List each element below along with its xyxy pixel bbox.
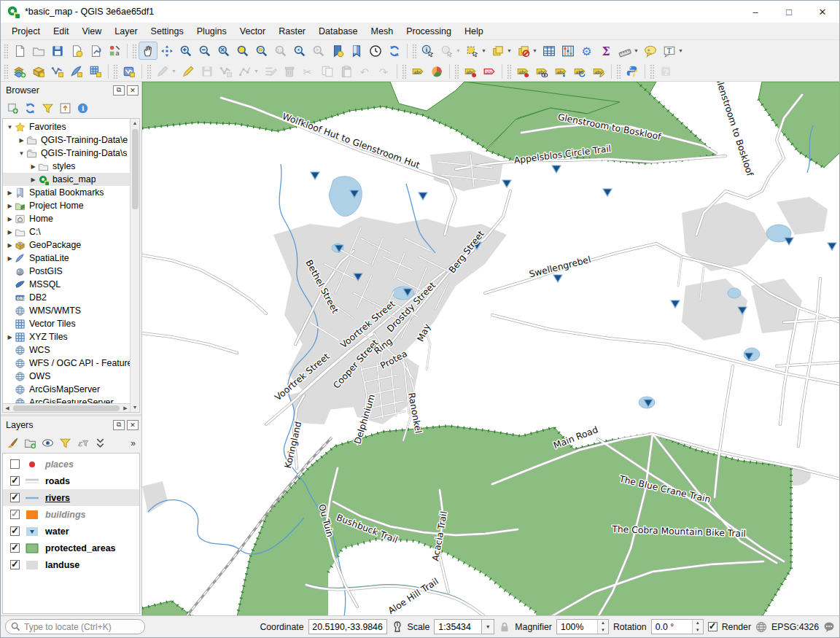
lock-scale-icon[interactable]: [499, 621, 510, 633]
layer-visibility-checkbox[interactable]: [10, 543, 20, 553]
new-shapefile-layer-button[interactable]: [48, 62, 67, 80]
coordinate-input[interactable]: 20.5190,-33.9846: [308, 619, 387, 634]
tree-expander-icon[interactable]: ▶: [6, 203, 14, 209]
browser-item-wcs[interactable]: WCS: [3, 343, 130, 357]
layer-row-buildings[interactable]: buildings: [3, 506, 139, 523]
tree-expander-icon[interactable]: ▶: [18, 137, 26, 144]
layers-close-button[interactable]: ✕: [127, 420, 139, 430]
magnifier-spinbox[interactable]: 100% ▲▼: [556, 619, 609, 634]
tree-expander-icon[interactable]: ▶: [6, 216, 14, 222]
toggle-editing-button[interactable]: [179, 62, 198, 80]
crs-globe-icon[interactable]: [755, 621, 767, 633]
browser-horizontal-scrollbar[interactable]: ◀▶: [3, 403, 130, 412]
epsg-status[interactable]: EPSG:4326: [771, 622, 819, 632]
browser-item-qgis-training-data-s[interactable]: ▼QGIS-Training-Data\s: [3, 147, 130, 160]
browser-close-button[interactable]: ✕: [127, 85, 139, 96]
toolbar-drag-handle[interactable]: [412, 44, 417, 58]
browser-item-mssql[interactable]: MSSQL: [3, 278, 130, 291]
rotation-spinbox[interactable]: 0.0 ° ▲▼: [651, 619, 704, 634]
menu-settings[interactable]: Settings: [144, 24, 190, 39]
text-annotation-button[interactable]: T▼: [660, 42, 679, 60]
toolbar-drag-handle[interactable]: [4, 44, 9, 58]
browser-item-wfs-ogc-api-feature[interactable]: WFS / OGC API - Feature: [3, 357, 130, 370]
new-project-button[interactable]: [10, 42, 29, 60]
browser-item-xyz-tiles[interactable]: ▶XYZ Tiles: [3, 330, 130, 343]
menu-view[interactable]: View: [75, 24, 108, 39]
show-layout-manager-button[interactable]: [86, 42, 105, 60]
layer-row-protected_areas[interactable]: protected_areas: [3, 540, 139, 556]
magnifier-up-arrow[interactable]: ▲: [598, 620, 608, 627]
toolbar-drag-handle[interactable]: [454, 64, 459, 79]
temporal-controller-button[interactable]: [366, 42, 385, 60]
menu-database[interactable]: Database: [312, 24, 365, 39]
layer-visibility-checkbox[interactable]: [10, 560, 20, 569]
highlight-pinned-labels-button[interactable]: abc: [480, 62, 499, 80]
zoom-in-button[interactable]: [176, 42, 195, 60]
browser-item-basic-map[interactable]: ▶basic_map: [3, 173, 130, 186]
rotation-down-arrow[interactable]: ▼: [693, 627, 703, 634]
filter-by-expression-button[interactable]: ε: [74, 435, 91, 452]
menu-processing[interactable]: Processing: [400, 24, 458, 39]
layer-row-places[interactable]: places: [3, 456, 139, 472]
properties-widget-button[interactable]: i: [74, 100, 91, 117]
browser-item-styles[interactable]: ▶styles: [3, 160, 130, 173]
save-project-button[interactable]: [48, 42, 67, 60]
browser-item-spatial-bookmarks[interactable]: ▶Spatial Bookmarks: [3, 186, 130, 199]
add-group-button[interactable]: [21, 435, 39, 452]
field-calculator-button[interactable]: [559, 42, 578, 60]
new-virtual-layer-button[interactable]: [86, 62, 105, 80]
browser-item-db2[interactable]: DB2DB2: [3, 291, 130, 304]
deselect-all-button[interactable]: ▼: [514, 42, 533, 60]
browser-item-postgis[interactable]: PostGIS: [3, 265, 130, 278]
zoom-to-layer-button[interactable]: [252, 42, 271, 60]
pin-unpin-labels-button[interactable]: abc: [461, 62, 480, 80]
new-geopackage-layer-button[interactable]: [29, 62, 48, 80]
scale-dropdown-arrow[interactable]: ▼: [482, 619, 494, 634]
map-tips-button[interactable]: [641, 42, 660, 60]
show-hide-labels-button[interactable]: abc: [532, 62, 551, 80]
tree-expander-icon[interactable]: ▶: [29, 176, 37, 183]
identify-features-button[interactable]: i: [419, 42, 438, 60]
change-label-button[interactable]: abc: [589, 62, 608, 80]
layer-visibility-checkbox[interactable]: [10, 510, 20, 519]
menu-project[interactable]: Project: [5, 24, 47, 39]
browser-item-arcgismapserver[interactable]: ArcGisMapServer: [3, 383, 130, 396]
close-button[interactable]: ✕: [806, 1, 839, 23]
show-spatial-bookmarks-button[interactable]: [347, 42, 366, 60]
toolbar-drag-handle[interactable]: [132, 44, 137, 58]
tree-expander-icon[interactable]: ▼: [18, 150, 26, 157]
layer-visibility-checkbox[interactable]: [10, 476, 20, 486]
new-print-layout-button[interactable]: [67, 42, 86, 60]
layer-row-rivers[interactable]: rivers: [3, 489, 139, 506]
magnifier-down-arrow[interactable]: ▼: [598, 627, 608, 634]
open-attribute-table-button[interactable]: [540, 42, 559, 60]
processing-toolbox-button[interactable]: ⚙: [578, 42, 596, 60]
browser-item-wms-wmts[interactable]: WMS/WMTS: [3, 304, 130, 317]
rotate-label-button[interactable]: abc: [570, 62, 589, 80]
show-statistics-button[interactable]: Σ: [596, 42, 615, 60]
layer-visibility-checkbox[interactable]: [10, 493, 20, 502]
toolbar-drag-handle[interactable]: [113, 64, 118, 79]
refresh-browser-button[interactable]: [21, 100, 39, 117]
pan-to-selection-button[interactable]: [158, 42, 176, 60]
toolbar-drag-handle[interactable]: [147, 64, 152, 79]
collapse-all-button[interactable]: [56, 100, 74, 117]
add-selected-layers-button[interactable]: [4, 100, 21, 117]
layer-row-landuse[interactable]: landuse: [3, 556, 139, 573]
tree-expander-icon[interactable]: ▶: [6, 255, 14, 262]
layer-labeling-options-button[interactable]: abc: [408, 62, 427, 80]
layer-diagram-options-button[interactable]: [427, 62, 446, 80]
browser-item-geopackage[interactable]: ▶GeoPackage: [3, 238, 130, 252]
zoom-last-button[interactable]: [290, 42, 309, 60]
rotation-up-arrow[interactable]: ▲: [693, 620, 703, 627]
menu-layer[interactable]: Layer: [108, 24, 144, 39]
scale-input[interactable]: 1:35434: [434, 619, 482, 634]
refresh-map-button[interactable]: [385, 42, 404, 60]
select-by-value-button[interactable]: ▼: [489, 42, 508, 60]
panel-overflow-button[interactable]: »: [131, 438, 139, 448]
new-spatial-bookmark-button[interactable]: [328, 42, 347, 60]
messages-icon[interactable]: [823, 621, 835, 633]
tree-expander-icon[interactable]: ▶: [6, 242, 14, 249]
minimize-button[interactable]: –: [739, 1, 772, 23]
map-canvas[interactable]: Wolfkloof Hut to Glenstroom HutGlenstroo…: [142, 82, 839, 615]
